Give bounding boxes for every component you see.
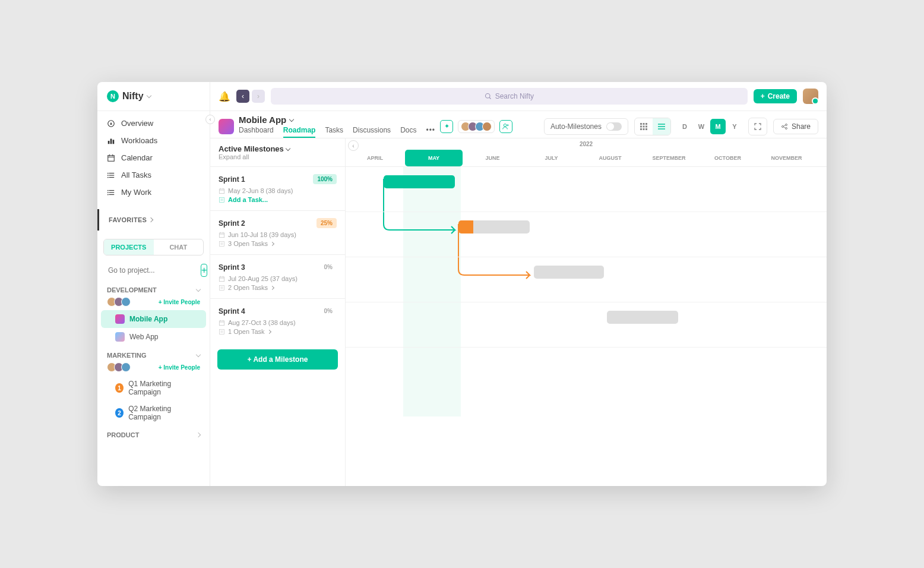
svg-rect-2 — [108, 141, 110, 144]
member-avatars[interactable] — [458, 120, 495, 133]
more-tabs-button[interactable]: ••• — [426, 126, 435, 138]
nav-item-all-tasks[interactable]: All Tasks — [97, 166, 210, 184]
month-november[interactable]: NOVEMBER — [758, 150, 815, 166]
expand-all-button[interactable]: Expand all — [219, 153, 337, 160]
user-avatar[interactable] — [803, 89, 818, 104]
month-august[interactable]: AUGUST — [581, 150, 639, 166]
svg-point-12 — [107, 172, 109, 173]
milestone-item-1[interactable]: Sprint 1 100% May 2-Jun 8 (38 days) Add … — [210, 166, 345, 210]
share-button[interactable]: Share — [773, 119, 818, 134]
milestone-list: Sprint 1 100% May 2-Jun 8 (38 days) Add … — [210, 166, 345, 342]
project-item-web-app[interactable]: Web App — [101, 328, 206, 346]
panel-title-row[interactable]: Active Milestones — [219, 144, 337, 153]
gantt-scroll-back-button[interactable]: ‹ — [348, 140, 359, 151]
milestone-percent: 0% — [320, 262, 337, 272]
nav-forward-button[interactable]: › — [252, 90, 265, 103]
roadmap-view: Active Milestones Expand all Sprint 1 10… — [210, 138, 827, 486]
app-window: N Nifty Overview Workloads Calendar All … — [97, 82, 827, 486]
add-project-button[interactable]: + — [201, 264, 207, 277]
project-name: Q1 Marketing Campaign — [128, 380, 197, 396]
nav-back-button[interactable]: ‹ — [236, 90, 249, 103]
project-title-row[interactable]: Mobile App — [239, 115, 435, 125]
tab-projects[interactable]: PROJECTS — [104, 239, 154, 255]
project-item-mobile-app[interactable]: Mobile App — [101, 310, 206, 328]
nav-item-calendar[interactable]: Calendar — [97, 149, 210, 166]
svg-point-14 — [107, 176, 109, 178]
gantt-chart[interactable]: ‹ 2022 APRILMAYJUNEJULYAUGUSTSEPTEMBEROC… — [346, 138, 827, 486]
svg-rect-70 — [219, 329, 224, 334]
bell-icon[interactable]: 🔔 — [219, 91, 230, 102]
gantt-bar-2[interactable] — [458, 220, 530, 233]
list-view-button[interactable] — [653, 118, 670, 135]
milestone-percent: 0% — [320, 306, 337, 316]
tab-roadmap[interactable]: Roadmap — [283, 126, 316, 138]
search-bar[interactable]: Search Nifty — [271, 88, 748, 105]
tab-dashboard[interactable]: Dashboard — [239, 126, 274, 138]
create-button[interactable]: + Create — [754, 89, 797, 103]
tab-chat[interactable]: CHAT — [154, 239, 204, 255]
project-item-q1-marketing-campaign[interactable]: 1Q1 Marketing Campaign — [101, 375, 206, 400]
add-task-link[interactable]: Add a Task... — [219, 196, 337, 203]
gantt-bar-4[interactable] — [607, 311, 678, 324]
month-july[interactable]: JULY — [523, 150, 580, 166]
fullscreen-button[interactable] — [749, 118, 767, 135]
nav-label: Overview — [121, 119, 153, 128]
open-tasks-link[interactable]: 2 Open Tasks — [219, 284, 337, 291]
svg-point-20 — [107, 194, 109, 195]
search-placeholder: Search Nifty — [495, 92, 534, 100]
milestone-name: Sprint 3 — [219, 263, 245, 272]
open-tasks-link[interactable]: 3 Open Tasks — [219, 240, 337, 247]
svg-point-19 — [107, 192, 109, 193]
svg-rect-35 — [643, 128, 644, 130]
group-header-development[interactable]: DEVELOPMENT — [97, 280, 210, 296]
bolt-button[interactable]: ✦ — [440, 120, 453, 133]
group-header-marketing[interactable]: MARKETING — [97, 346, 210, 361]
project-item-q2-marketing-campaign[interactable]: 2Q2 Marketing Campaign — [101, 400, 206, 425]
zoom-y-button[interactable]: Y — [727, 119, 742, 134]
panel-title: Active Milestones — [219, 144, 284, 153]
month-may[interactable]: MAY — [405, 150, 463, 166]
zoom-group: DWMY — [677, 119, 742, 134]
svg-point-41 — [785, 124, 787, 125]
open-tasks-link[interactable]: 1 Open Task — [219, 328, 337, 335]
auto-milestones-toggle[interactable]: Auto-Milestones — [544, 118, 628, 135]
svg-rect-66 — [219, 321, 224, 326]
tab-tasks[interactable]: Tasks — [325, 126, 343, 138]
avatar — [121, 297, 131, 307]
collapse-sidebar-button[interactable]: ‹ — [205, 115, 215, 124]
zoom-w-button[interactable]: W — [694, 119, 709, 134]
project-groups: DEVELOPMENT + Invite People Mobile App W… — [97, 280, 210, 441]
milestone-item-3[interactable]: Sprint 3 0% Jul 20-Aug 25 (37 days) 2 Op… — [210, 254, 345, 298]
milestone-dates: May 2-Jun 8 (38 days) — [219, 187, 337, 194]
milestone-item-4[interactable]: Sprint 4 0% Aug 27-Oct 3 (38 days) 1 Ope… — [210, 298, 345, 342]
month-june[interactable]: JUNE — [464, 150, 521, 166]
month-october[interactable]: OCTOBER — [699, 150, 757, 166]
milestone-item-2[interactable]: Sprint 2 25% Jun 10-Jul 18 (39 days) 3 O… — [210, 210, 345, 254]
favorites-section[interactable]: FAVORITES — [97, 209, 210, 231]
calendar-icon — [219, 320, 225, 326]
zoom-m-button[interactable]: M — [710, 119, 726, 134]
svg-rect-29 — [643, 123, 644, 125]
gantt-bar-1[interactable] — [384, 175, 455, 188]
tab-discussions[interactable]: Discussions — [353, 126, 391, 138]
brand-dropdown[interactable]: N Nifty — [97, 82, 210, 111]
milestone-dates: Jun 10-Jul 18 (39 days) — [219, 231, 337, 238]
month-april[interactable]: APRIL — [346, 150, 404, 166]
group-header-product[interactable]: PRODUCT — [97, 425, 210, 441]
invite-link[interactable]: + Invite People — [159, 364, 200, 371]
view-mode-group — [634, 118, 671, 135]
nav-item-overview[interactable]: Overview — [97, 115, 210, 132]
nav-item-my-work[interactable]: My Work — [97, 184, 210, 201]
zoom-d-button[interactable]: D — [677, 119, 692, 134]
invite-link[interactable]: + Invite People — [159, 299, 200, 305]
nav-item-workloads[interactable]: Workloads — [97, 132, 210, 149]
gantt-bar-3[interactable] — [534, 266, 604, 279]
list-icon — [107, 171, 115, 179]
grid-view-button[interactable] — [635, 118, 653, 135]
svg-point-18 — [107, 190, 109, 191]
add-member-button[interactable] — [499, 120, 512, 133]
add-milestone-button[interactable]: + Add a Milestone — [217, 349, 338, 370]
month-september[interactable]: SEPTEMBER — [640, 150, 698, 166]
tab-docs[interactable]: Docs — [400, 126, 416, 138]
goto-project-input[interactable] — [108, 266, 197, 274]
